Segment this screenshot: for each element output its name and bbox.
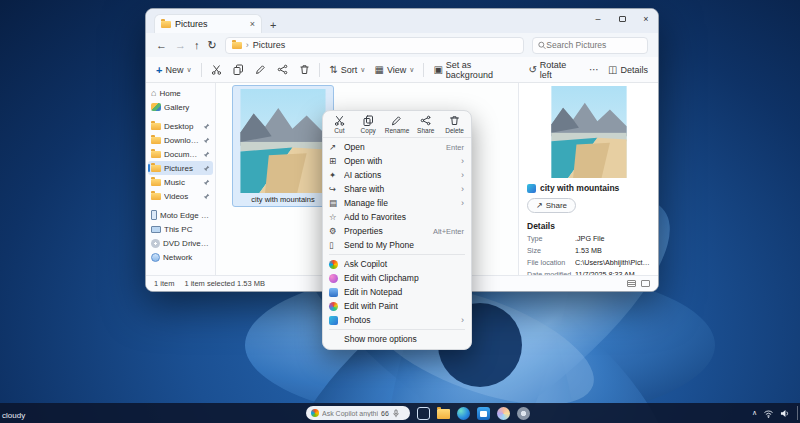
preview-photo	[546, 86, 632, 178]
tab-close-icon[interactable]: ×	[250, 19, 255, 29]
sidebar-item-documents[interactable]: Documents	[148, 147, 213, 161]
maximize-button[interactable]	[610, 9, 634, 29]
forward-button[interactable]: →	[175, 39, 186, 51]
cut-quick-button[interactable]: Cut	[325, 115, 354, 134]
sidebar-item-label: Moto Edge 50 N	[160, 211, 210, 220]
menu-item-open-with[interactable]: ⊞ Open with ›	[323, 154, 471, 168]
rename-button[interactable]	[254, 63, 267, 76]
sidebar-item-network[interactable]: Network	[148, 250, 213, 264]
sidebar-item-videos[interactable]: Videos	[148, 189, 213, 203]
address-bar[interactable]: › Pictures	[225, 37, 524, 54]
sidebar-item-label: Pictures	[164, 164, 200, 173]
menu-item-photos[interactable]: Photos ›	[323, 313, 471, 327]
share-quick-button[interactable]: Share	[411, 115, 440, 134]
menu-item-edit-in-notepad[interactable]: Edit in Notepad	[323, 285, 471, 299]
menu-item-send-to-phone[interactable]: ▯ Send to My Phone	[323, 238, 471, 252]
menu-item-edit-with-paint[interactable]: Edit with Paint	[323, 299, 471, 313]
share-icon: ↗	[536, 201, 543, 210]
sidebar-item-phone[interactable]: Moto Edge 50 N	[148, 208, 213, 222]
menu-item-manage-file[interactable]: ▤ Manage file ›	[323, 196, 471, 210]
sidebar-item-home[interactable]: ⌂ Home	[148, 86, 213, 100]
menu-separator	[329, 254, 465, 255]
task-view-button[interactable]	[417, 407, 430, 420]
sort-label: Sort	[341, 65, 358, 75]
set-as-background-button[interactable]: ▣ Set as background	[433, 60, 519, 80]
view-button[interactable]: ▦ View ∨	[374, 64, 414, 75]
minimize-button[interactable]: –	[586, 9, 610, 29]
share-icon	[420, 115, 431, 126]
breadcrumb-location[interactable]: Pictures	[253, 40, 286, 50]
copilot-search-input[interactable]	[322, 410, 378, 417]
search-box[interactable]	[532, 37, 648, 54]
menu-item-properties[interactable]: ⚙ Properties Alt+Enter	[323, 224, 471, 238]
ai-actions-icon: ✦	[329, 170, 344, 180]
sidebar-item-desktop[interactable]: Desktop	[148, 119, 213, 133]
command-bar: + New ∨ ⇅ Sort ∨ ▦ View ∨ ▣	[146, 57, 658, 83]
menu-item-label: Open with	[344, 156, 461, 166]
sidebar-item-downloads[interactable]: Downloads	[148, 133, 213, 147]
menu-item-add-to-favorites[interactable]: ☆ Add to Favorites	[323, 210, 471, 224]
details-pane-button[interactable]: ◫ Details	[608, 64, 648, 75]
menu-item-show-more-options[interactable]: Show more options	[323, 332, 471, 346]
volume-icon[interactable]	[780, 409, 790, 418]
up-button[interactable]: ↑	[194, 39, 200, 51]
preview-share-button[interactable]: ↗ Share	[527, 198, 576, 213]
sidebar-item-pictures[interactable]: Pictures	[148, 161, 213, 175]
taskbar-search[interactable]: 66	[306, 406, 410, 420]
menu-item-share-with[interactable]: ↪ Share with ›	[323, 182, 471, 196]
sort-button[interactable]: ⇅ Sort ∨	[329, 64, 365, 75]
window-titlebar[interactable]: Pictures × + – ×	[146, 9, 658, 33]
sidebar-item-gallery[interactable]: Gallery	[148, 100, 213, 114]
new-button[interactable]: + New ∨	[156, 64, 192, 76]
divider	[201, 63, 202, 77]
delete-label: Delete	[445, 127, 464, 134]
search-input[interactable]	[546, 40, 642, 50]
documents-folder-icon	[151, 151, 161, 158]
sidebar-item-music[interactable]: Music	[148, 175, 213, 189]
share-button[interactable]	[276, 63, 289, 76]
mic-icon[interactable]	[392, 409, 400, 418]
delete-button[interactable]	[298, 63, 311, 76]
thumbnail-view-toggle[interactable]	[641, 280, 650, 287]
store-taskbar-button[interactable]	[477, 407, 490, 420]
menu-item-open[interactable]: ↗ Open Enter	[323, 140, 471, 154]
wifi-icon[interactable]	[763, 409, 774, 418]
copy-quick-button[interactable]: Copy	[354, 115, 383, 134]
sidebar-item-dvd-drive[interactable]: DVD Drive (D:) C	[148, 236, 213, 250]
file-explorer-taskbar-button[interactable]	[437, 409, 450, 419]
chevron-right-icon: ›	[461, 156, 464, 166]
sidebar-item-label: Desktop	[164, 122, 200, 131]
phone-icon	[151, 210, 157, 220]
weather-widget[interactable]: cloudy	[2, 411, 25, 420]
menu-item-ask-copilot[interactable]: Ask Copilot	[323, 257, 471, 271]
chevron-right-icon: ›	[461, 315, 464, 325]
detail-value: 1.53 MB	[575, 246, 602, 255]
refresh-button[interactable]: ↻	[208, 39, 217, 52]
settings-taskbar-button[interactable]	[517, 407, 530, 420]
more-options-button[interactable]: ⋯	[589, 64, 599, 75]
edge-taskbar-button[interactable]	[457, 407, 470, 420]
back-button[interactable]: ←	[156, 39, 167, 51]
rotate-left-button[interactable]: ↺ Rotate left	[528, 60, 580, 80]
selected-file-thumbnail[interactable]: city with mountains	[232, 85, 334, 207]
pin-icon	[203, 179, 210, 186]
sidebar-item-this-pc[interactable]: This PC	[148, 222, 213, 236]
delete-quick-button[interactable]: Delete	[440, 115, 469, 134]
copilot-taskbar-button[interactable]	[497, 407, 510, 420]
menu-item-ai-actions[interactable]: ✦ AI actions ›	[323, 168, 471, 182]
chevron-right-icon: ›	[461, 170, 464, 180]
explorer-tab[interactable]: Pictures ×	[154, 14, 262, 33]
tray-chevron-up-icon[interactable]: ∧	[752, 409, 757, 417]
network-icon	[151, 253, 160, 262]
close-button[interactable]: ×	[634, 9, 658, 29]
rename-quick-button[interactable]: Rename	[383, 115, 412, 134]
preview-file-name: city with mountains	[540, 183, 619, 193]
cut-button[interactable]	[211, 63, 224, 76]
monitor-icon	[151, 226, 161, 233]
menu-item-edit-with-clipchamp[interactable]: Edit with Clipchamp	[323, 271, 471, 285]
new-tab-button[interactable]: +	[270, 19, 276, 31]
copy-button[interactable]	[232, 63, 245, 76]
details-view-toggle[interactable]	[627, 280, 636, 287]
rotate-left-label: Rotate left	[540, 60, 580, 80]
view-label: View	[387, 65, 406, 75]
